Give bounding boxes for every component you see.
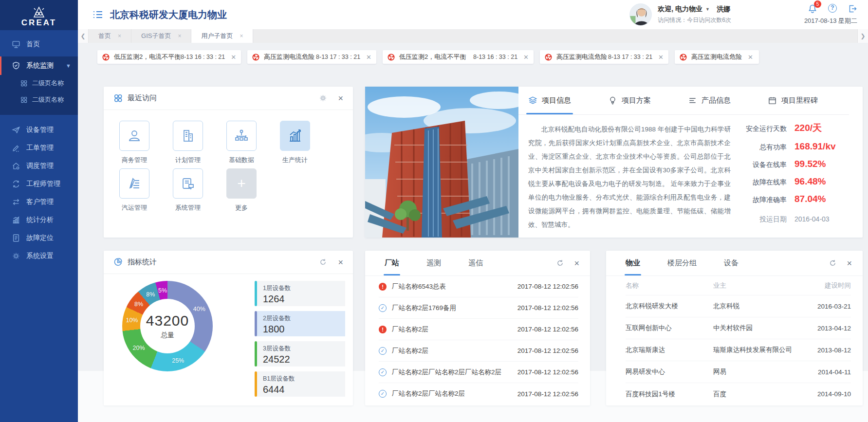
donut-center: 43200 总量 [140,299,195,353]
person-icon [119,121,149,151]
recent-item-label: 商务管理 [112,156,156,165]
sidebar-subitem-level2-page-1[interactable]: 二级页名称 [0,75,78,92]
recent-item-transport[interactable]: 汽运管理 [112,168,156,212]
legend-label: 2层设备数 [263,314,345,323]
alert-chip[interactable]: 低压监测2，电流不平衡 8-13 16 : 33 : 21 ✕ [97,50,241,64]
list-lines-icon [688,96,697,105]
refresh-icon[interactable] [319,258,327,266]
logout-icon[interactable] [848,4,857,14]
recent-item-more[interactable]: + 更多 [220,168,263,212]
hazard-icon [252,54,259,61]
recent-item-production-stats[interactable]: 生产统计 [273,121,317,165]
property-owner: 瑞斯康达科技发展有限公司 [713,346,812,354]
recent-item-system[interactable]: 系统管理 [166,168,210,212]
close-icon[interactable]: × [338,258,343,267]
sidebar-item-system-monitor[interactable]: 系统监测 ▼ [0,56,78,75]
legend-item-floor1[interactable]: 1层设备数 1264 [255,281,345,306]
avatar[interactable] [629,3,652,26]
alert-chip[interactable]: 高压监测电流危险 8-13 17 : 33 : 21 ✕ [540,50,668,64]
legend-item-floor3[interactable]: 3层设备数 24522 [255,341,345,367]
tabs-scroll-right-icon[interactable]: ❯ [857,29,868,43]
plant-row[interactable]: !✓ 厂站名称6543总表 2017-08-12 12:02:56 [379,276,578,297]
sidebar-item-label: 调度管理 [26,162,54,170]
error-status-icon: !✓ [379,283,387,291]
recent-item-basedata[interactable]: 基础数据 [220,121,263,165]
notification-badge: 5 [814,0,821,8]
donut-segment-label: 5% [158,287,167,294]
sidebar-item-customer-mgmt[interactable]: 客户管理 [0,193,78,211]
sidebar-item-home[interactable]: 首页 [0,35,78,54]
tab-property[interactable]: 物业 [626,251,640,275]
tabs-scroll-left-icon[interactable]: ❮ [78,29,89,43]
refresh-icon[interactable] [556,259,564,267]
crown-logo-icon [31,5,47,18]
table-row[interactable]: 北京瑞斯康达 瑞斯康达科技发展有限公司 2013-08-12 [626,339,851,361]
tab-telesignal[interactable]: 遥信 [468,251,483,275]
sidebar-item-device-mgmt[interactable]: 设备管理 [0,121,78,139]
close-icon[interactable]: × [847,259,852,268]
sidebar-item-fault-locating[interactable]: 故障定位 [0,229,78,247]
tab-floor-group[interactable]: 楼层分组 [667,251,697,275]
menu-list-icon[interactable] [92,9,103,20]
alert-chip[interactable]: 高压监测电流危险 ✕ [675,50,759,64]
tab-close-icon[interactable]: × [118,33,121,39]
table-row[interactable]: 北京科锐研发大楼 北京科锐 2016-03-21 [626,295,851,317]
tab-plant-station[interactable]: 厂站 [385,251,399,275]
close-icon[interactable]: × [574,259,579,268]
sidebar-subitem-level2-page-2[interactable]: 二级页名称 [0,92,78,108]
gear-icon[interactable] [319,94,327,102]
plant-row[interactable]: !✓ 厂站名称2层厂站名称2层厂站名称2层 2017-08-12 12:02:5… [379,362,578,383]
tab-project-info[interactable]: 项目信息 [528,87,571,114]
property-date: 2013-08-12 [812,347,851,354]
ok-status-icon: !✓ [379,304,387,312]
stat-label: 总有功率 [728,143,787,152]
tab-user-subhome[interactable]: 用户子首页 × [191,29,253,43]
help-icon[interactable]: ? [828,4,837,13]
tab-home[interactable]: 首页 × [89,29,131,43]
close-icon[interactable]: × [338,94,343,103]
sidebar-item-dispatch-mgmt[interactable]: 调度管理 [0,157,78,175]
tab-close-icon[interactable]: × [240,33,243,39]
close-icon[interactable]: ✕ [658,54,664,61]
close-icon[interactable]: ✕ [748,54,753,61]
plant-row[interactable]: !✓ 厂站名称2层 2017-08-12 12:02:56 [379,319,578,340]
user-name[interactable]: 洪娜 [717,5,730,14]
table-row[interactable]: 互联网创新中心 中关村软件园 2013-04-12 [626,317,851,339]
refresh-icon[interactable] [829,259,837,267]
tab-device[interactable]: 设备 [724,251,739,275]
sidebar-item-engineer-mgmt[interactable]: 工程师管理 [0,175,78,193]
plant-row[interactable]: !✓ 厂站名称2层1769备用 2017-08-12 12:02:56 [379,297,578,319]
stat-value: 2016-04-03 [794,215,849,223]
plant-row[interactable]: !✓ 厂站名称2层厂站名称2层 2017-08-12 12:02:56 [379,383,578,404]
close-icon[interactable]: ✕ [523,54,529,61]
sidebar-item-workorder-mgmt[interactable]: 工单管理 [0,139,78,157]
user-dropdown-caret-icon[interactable]: ▼ [705,7,710,12]
legend-item-floorB1[interactable]: B1层设备数 6444 [255,371,345,397]
table-row[interactable]: 网易研发中心 网易 2014-04-11 [626,361,851,383]
plant-row[interactable]: !✓ 厂站名称2层 2017-08-12 12:02:56 [379,340,578,362]
bell-icon[interactable]: 5 [808,4,817,14]
tab-project-plan[interactable]: 项目方案 [608,87,651,114]
hazard-icon [680,54,687,61]
close-icon[interactable]: ✕ [231,54,236,61]
sidebar-item-statistics[interactable]: 统计分析 [0,211,78,229]
alert-chip[interactable]: 高压监测电流危险 8-13 17 : 33 : 21 ✕ [247,50,376,64]
recent-item-business[interactable]: 商务管理 [112,121,156,165]
tab-gis-subhome[interactable]: GIS子首页 × [131,29,191,43]
plant-time: 2017-08-12 12:02:56 [517,283,578,290]
stat-value: 168.91/kv [794,141,849,152]
close-icon[interactable]: ✕ [366,54,371,61]
tab-project-milestone[interactable]: 项目里程碑 [768,87,818,114]
tab-telemetry[interactable]: 遥测 [426,251,441,275]
chevron-down-icon: ▼ [66,63,71,69]
tab-close-icon[interactable]: × [178,33,181,39]
tab-product-info[interactable]: 产品信息 [688,87,731,114]
recent-item-plan[interactable]: 计划管理 [166,121,210,165]
legend-item-floor2[interactable]: 2层设备数 1800 [255,311,345,336]
project-description: 北京科锐配电自动化股份有限公司1988 年创建于中国电力科学研究院，先后获得国家… [528,123,731,232]
table-row[interactable]: 百度科技园1号楼 百度 2014-09-10 [626,383,851,405]
sidebar-item-system-settings[interactable]: 系统设置 [0,247,78,265]
welcome-text: 欢迎, 电力物业 [658,5,702,14]
project-info-panel: 项目信息 项目方案 产品信息 [518,87,863,238]
alert-chip[interactable]: 低压监测2，电流不平衡 8-13 16 : 33 : 21 ✕ [383,50,534,64]
